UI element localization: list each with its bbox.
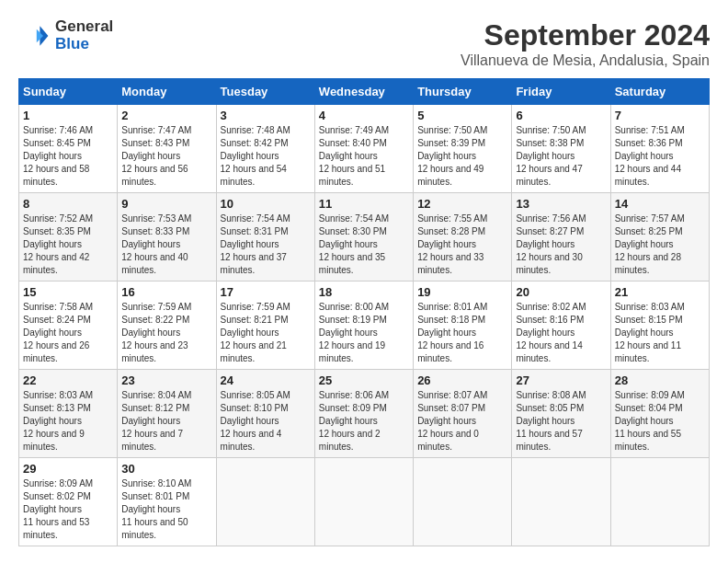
- sunrise-label: Sunrise: 7:59 AM: [121, 302, 191, 312]
- day-number: 24: [221, 373, 311, 387]
- sunset-label: Sunset: 8:45 PM: [23, 138, 91, 148]
- daylight-label: Daylight hours: [417, 327, 476, 338]
- day-info: Sunrise: 8:03 AM Sunset: 8:13 PM Dayligh…: [23, 389, 113, 454]
- sunset-label: Sunset: 8:12 PM: [121, 403, 189, 413]
- daylight-duration: 12 hours and 19 minutes.: [319, 340, 385, 363]
- sunrise-label: Sunrise: 8:01 AM: [417, 302, 487, 312]
- day-info: Sunrise: 8:09 AM Sunset: 8:04 PM Dayligh…: [615, 389, 705, 454]
- calendar-row: 8 Sunrise: 7:52 AM Sunset: 8:35 PM Dayli…: [19, 193, 710, 282]
- table-cell: 29 Sunrise: 8:09 AM Sunset: 8:02 PM Dayl…: [19, 458, 118, 546]
- sunset-label: Sunset: 8:05 PM: [516, 403, 584, 413]
- calendar-row: 22 Sunrise: 8:03 AM Sunset: 8:13 PM Dayl…: [19, 370, 710, 458]
- sunset-label: Sunset: 8:27 PM: [516, 226, 584, 236]
- sunset-label: Sunset: 8:04 PM: [615, 403, 683, 413]
- table-cell: 2 Sunrise: 7:47 AM Sunset: 8:43 PM Dayli…: [118, 105, 216, 193]
- sunset-label: Sunset: 8:39 PM: [417, 138, 485, 148]
- day-info: Sunrise: 7:56 AM Sunset: 8:27 PM Dayligh…: [516, 213, 606, 277]
- day-info: Sunrise: 7:47 AM Sunset: 8:43 PM Dayligh…: [121, 124, 211, 189]
- table-cell: 21 Sunrise: 8:03 AM Sunset: 8:15 PM Dayl…: [610, 282, 709, 370]
- daylight-label: Daylight hours: [516, 416, 574, 426]
- calendar-body: 1 Sunrise: 7:46 AM Sunset: 8:45 PM Dayli…: [19, 105, 710, 546]
- daylight-duration: 12 hours and 2 minutes.: [319, 429, 381, 452]
- daylight-duration: 12 hours and 44 minutes.: [615, 164, 681, 187]
- sunrise-label: Sunrise: 8:06 AM: [319, 390, 389, 400]
- daylight-label: Daylight hours: [221, 151, 279, 161]
- daylight-duration: 12 hours and 51 minutes.: [319, 164, 385, 187]
- sunset-label: Sunset: 8:40 PM: [319, 138, 387, 148]
- col-wednesday: Wednesday: [314, 79, 413, 105]
- daylight-label: Daylight hours: [319, 239, 378, 249]
- main-title: September 2024: [461, 18, 710, 52]
- table-cell: 24 Sunrise: 8:05 AM Sunset: 8:10 PM Dayl…: [216, 370, 314, 458]
- daylight-label: Daylight hours: [23, 327, 82, 338]
- day-number: 12: [417, 197, 507, 211]
- daylight-duration: 12 hours and 56 minutes.: [121, 164, 188, 187]
- subtitle: Villanueva de Mesia, Andalusia, Spain: [461, 52, 710, 69]
- page-header: General Blue September 2024 Villanueva d…: [18, 18, 710, 69]
- sunset-label: Sunset: 8:28 PM: [417, 226, 485, 236]
- day-number: 18: [319, 285, 409, 299]
- daylight-label: Daylight hours: [121, 239, 180, 249]
- day-info: Sunrise: 7:59 AM Sunset: 8:21 PM Dayligh…: [221, 301, 311, 365]
- day-info: Sunrise: 7:54 AM Sunset: 8:31 PM Dayligh…: [221, 213, 311, 277]
- table-cell: 19 Sunrise: 8:01 AM Sunset: 8:18 PM Dayl…: [414, 282, 512, 370]
- daylight-duration: 11 hours and 57 minutes.: [516, 429, 582, 452]
- sunrise-label: Sunrise: 8:04 AM: [121, 390, 191, 400]
- day-number: 2: [121, 109, 211, 122]
- day-number: 9: [121, 197, 211, 211]
- sunset-label: Sunset: 8:18 PM: [417, 315, 485, 325]
- day-number: 15: [23, 285, 113, 299]
- day-info: Sunrise: 8:10 AM Sunset: 8:01 PM Dayligh…: [121, 477, 211, 542]
- day-number: 19: [417, 285, 507, 299]
- day-number: 26: [417, 373, 507, 387]
- daylight-duration: 12 hours and 35 minutes.: [319, 252, 385, 275]
- day-number: 17: [221, 285, 311, 299]
- sunrise-label: Sunrise: 7:52 AM: [23, 213, 93, 224]
- table-cell: [512, 458, 610, 546]
- sunrise-label: Sunrise: 7:58 AM: [23, 302, 93, 312]
- col-sunday: Sunday: [19, 79, 118, 105]
- day-number: 21: [615, 285, 705, 299]
- sunrise-label: Sunrise: 8:03 AM: [23, 390, 93, 400]
- daylight-label: Daylight hours: [516, 151, 574, 161]
- day-number: 14: [615, 197, 705, 211]
- daylight-duration: 12 hours and 40 minutes.: [121, 252, 188, 275]
- table-cell: 28 Sunrise: 8:09 AM Sunset: 8:04 PM Dayl…: [610, 370, 709, 458]
- sunset-label: Sunset: 8:09 PM: [319, 403, 387, 413]
- table-cell: 23 Sunrise: 8:04 AM Sunset: 8:12 PM Dayl…: [118, 370, 216, 458]
- daylight-label: Daylight hours: [221, 239, 279, 249]
- daylight-label: Daylight hours: [23, 151, 82, 161]
- daylight-label: Daylight hours: [221, 327, 279, 338]
- day-number: 8: [23, 197, 113, 211]
- sunrise-label: Sunrise: 8:08 AM: [516, 390, 586, 400]
- col-saturday: Saturday: [610, 79, 709, 105]
- day-info: Sunrise: 7:55 AM Sunset: 8:28 PM Dayligh…: [417, 213, 507, 277]
- day-info: Sunrise: 8:02 AM Sunset: 8:16 PM Dayligh…: [516, 301, 606, 365]
- daylight-label: Daylight hours: [417, 151, 476, 161]
- sunset-label: Sunset: 8:10 PM: [221, 403, 289, 413]
- daylight-duration: 12 hours and 33 minutes.: [417, 252, 483, 275]
- daylight-label: Daylight hours: [615, 416, 674, 426]
- day-number: 29: [23, 462, 113, 476]
- day-info: Sunrise: 7:48 AM Sunset: 8:42 PM Dayligh…: [221, 124, 311, 189]
- day-number: 22: [23, 373, 113, 387]
- table-cell: 11 Sunrise: 7:54 AM Sunset: 8:30 PM Dayl…: [314, 193, 413, 282]
- sunrise-label: Sunrise: 7:50 AM: [417, 125, 487, 135]
- calendar-table: Sunday Monday Tuesday Wednesday Thursday…: [18, 78, 710, 546]
- daylight-duration: 12 hours and 42 minutes.: [23, 252, 89, 275]
- sunrise-label: Sunrise: 7:55 AM: [417, 213, 487, 224]
- table-cell: 17 Sunrise: 7:59 AM Sunset: 8:21 PM Dayl…: [216, 282, 314, 370]
- daylight-duration: 12 hours and 7 minutes.: [121, 429, 183, 452]
- daylight-label: Daylight hours: [221, 416, 279, 426]
- daylight-duration: 12 hours and 21 minutes.: [221, 340, 287, 363]
- daylight-duration: 12 hours and 9 minutes.: [23, 429, 85, 452]
- table-cell: 10 Sunrise: 7:54 AM Sunset: 8:31 PM Dayl…: [216, 193, 314, 282]
- day-info: Sunrise: 8:05 AM Sunset: 8:10 PM Dayligh…: [221, 389, 311, 454]
- table-cell: 6 Sunrise: 7:50 AM Sunset: 8:38 PM Dayli…: [512, 105, 610, 193]
- day-info: Sunrise: 8:00 AM Sunset: 8:19 PM Dayligh…: [319, 301, 409, 365]
- daylight-duration: 12 hours and 47 minutes.: [516, 164, 582, 187]
- sunset-label: Sunset: 8:19 PM: [319, 315, 387, 325]
- day-info: Sunrise: 7:51 AM Sunset: 8:36 PM Dayligh…: [615, 124, 705, 189]
- table-cell: 12 Sunrise: 7:55 AM Sunset: 8:28 PM Dayl…: [414, 193, 512, 282]
- day-number: 1: [23, 109, 113, 122]
